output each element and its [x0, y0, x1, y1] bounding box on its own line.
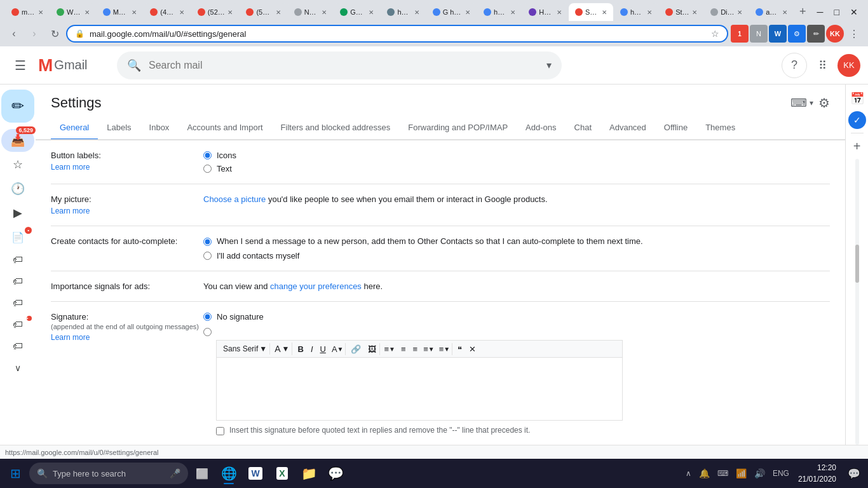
outdent-button[interactable]: ≡ ▼ — [437, 343, 453, 355]
tab-chat[interactable]: Chat — [566, 116, 600, 139]
sidebar-item-starred[interactable]: ☆ — [5, 153, 31, 176]
browser-tab-tab7[interactable]: Newe...✕ — [288, 3, 334, 21]
radio-icons[interactable]: Icons — [203, 151, 830, 160]
browser-tab-tab9[interactable]: how t...✕ — [381, 3, 425, 21]
browser-tab-tab5[interactable]: (52) S ...✕ — [191, 3, 240, 21]
notification-icon[interactable]: 🔔 — [696, 466, 712, 481]
hamburger-menu[interactable]: ☰ — [8, 53, 33, 78]
close-button[interactable]: ✕ — [845, 4, 863, 20]
radio-auto-contact-input[interactable] — [203, 238, 212, 246]
taskbar-excel-app[interactable]: X — [269, 461, 295, 486]
extension-icon-2[interactable]: N — [750, 25, 768, 43]
italic-button[interactable]: I — [308, 343, 316, 355]
minimize-button[interactable]: ─ — [812, 4, 829, 20]
radio-no-sig[interactable]: No signature — [203, 312, 830, 322]
align-button[interactable]: ≡ ▼ — [382, 343, 397, 355]
radio-text-input[interactable] — [203, 165, 212, 173]
button-labels-learn-more[interactable]: Learn more — [51, 163, 203, 172]
maximize-button[interactable]: □ — [829, 4, 844, 20]
sidebar-item-drafts[interactable]: 📄 • — [5, 226, 31, 248]
signature-learn-more[interactable]: Learn more — [51, 333, 203, 342]
back-button[interactable]: ‹ — [5, 25, 23, 43]
radio-custom-sig[interactable] — [203, 327, 830, 336]
browser-tab-tab17[interactable]: acco...✕ — [749, 3, 794, 21]
sidebar-item-label4[interactable]: 🏷 • — [5, 315, 31, 335]
calendar-panel-icon[interactable]: 📅 — [848, 90, 866, 107]
bookmark-icon[interactable]: ☆ — [711, 29, 719, 39]
underline-button[interactable]: U — [317, 343, 329, 355]
browser-tab-tab14[interactable]: how t...✕ — [614, 3, 658, 21]
radio-auto-contact[interactable]: When I send a message to a new person, a… — [203, 236, 830, 246]
network-icon[interactable]: 📶 — [733, 466, 749, 481]
tab-forwarding[interactable]: Forwarding and POP/IMAP — [399, 116, 517, 139]
tasks-panel-icon[interactable]: ✓ — [848, 111, 866, 129]
sidebar-item-label5[interactable]: 🏷 — [5, 336, 31, 356]
tab-themes[interactable]: Themes — [696, 116, 744, 139]
indent-button[interactable]: ≡ ▼ — [421, 343, 437, 355]
keyboard-dropdown[interactable]: ▾ — [810, 98, 813, 107]
sidebar-item-label2[interactable]: 🏷 — [5, 271, 31, 292]
tab-close-button[interactable]: ✕ — [782, 9, 787, 16]
taskbar-mic-icon[interactable]: 🎤 — [170, 468, 180, 478]
sidebar-item-label1[interactable]: 🏷 — [5, 250, 31, 270]
forward-button[interactable]: › — [25, 25, 43, 43]
chrome-menu-button[interactable]: ⋮ — [845, 25, 863, 43]
extension-icon-5[interactable]: ✏ — [807, 25, 825, 43]
tab-close-button[interactable]: ✕ — [132, 9, 137, 16]
tab-close-button[interactable]: ✕ — [179, 9, 184, 16]
help-button[interactable]: ? — [782, 53, 807, 78]
search-dropdown-icon[interactable]: ▾ — [546, 59, 552, 71]
browser-tab-tab3[interactable]: Made ...✕ — [97, 3, 144, 21]
browser-tab-tab11[interactable]: how t...✕ — [477, 3, 522, 21]
tab-offline[interactable]: Offline — [655, 116, 696, 139]
sidebar-expand[interactable]: ∨ — [5, 358, 31, 378]
start-button[interactable]: ⊞ — [3, 461, 28, 486]
user-profile-button[interactable]: KK — [826, 25, 844, 43]
radio-text[interactable]: Text — [203, 164, 830, 173]
browser-tab-tab13[interactable]: Se...✕ — [569, 3, 613, 21]
tray-expand[interactable]: ∧ — [683, 466, 694, 480]
new-tab-button[interactable]: + — [794, 3, 811, 21]
tab-close-button[interactable]: ✕ — [737, 9, 742, 16]
tab-close-button[interactable]: ✕ — [414, 9, 419, 16]
sig-before-quoted-checkbox[interactable] — [216, 427, 224, 435]
extension-icon-3[interactable]: W — [769, 25, 787, 43]
sidebar-item-snoozed[interactable]: 🕐 — [5, 177, 31, 200]
clock-display[interactable]: 12:20 21/01/2020 — [794, 462, 840, 485]
keyboard-layout[interactable]: ⌨ — [715, 466, 731, 480]
tab-close-button[interactable]: ✕ — [602, 9, 607, 16]
language-indicator[interactable]: ENG — [770, 466, 792, 480]
tab-close-button[interactable]: ✕ — [692, 9, 697, 16]
extension-icon-4[interactable]: ⚙ — [788, 25, 806, 43]
scrollbar-thumb-right[interactable] — [855, 245, 859, 283]
bold-button[interactable]: B — [294, 343, 306, 355]
taskbar-chrome-app[interactable]: 🌐 — [216, 461, 241, 486]
browser-tab-tab2[interactable]: Why t...✕ — [50, 3, 96, 21]
tab-addons[interactable]: Add-ons — [517, 116, 565, 139]
search-bar[interactable]: 🔍 ▾ — [117, 51, 562, 79]
search-input[interactable] — [149, 60, 539, 71]
browser-tab-tab8[interactable]: Garac...✕ — [334, 3, 380, 21]
browser-tab-tab15[interactable]: Stop ...✕ — [659, 3, 703, 21]
tab-filters[interactable]: Filters and blocked addresses — [272, 116, 400, 139]
tab-close-button[interactable]: ✕ — [322, 9, 327, 16]
tab-inbox[interactable]: Inbox — [140, 116, 179, 139]
address-box[interactable]: 🔒 mail.google.com/mail/u/0/#settings/gen… — [66, 25, 728, 43]
browser-tab-tab10[interactable]: G how t...✕ — [426, 3, 477, 21]
radio-manual-contact[interactable]: I'll add contacts myself — [203, 251, 830, 261]
browser-tab-tab1[interactable]: mobi...✕ — [5, 3, 50, 21]
font-family-selector[interactable]: Sans Serif ▼ — [220, 343, 270, 355]
signature-editor[interactable] — [216, 357, 623, 421]
font-color-button[interactable]: A ▼ — [330, 343, 346, 355]
taskbar-explorer-app[interactable]: 📁 — [296, 461, 322, 486]
tab-close-button[interactable]: ✕ — [227, 9, 233, 16]
action-center-button[interactable]: 💬 — [843, 462, 865, 485]
tab-close-button[interactable]: ✕ — [465, 9, 470, 16]
tab-close-button[interactable]: ✕ — [557, 9, 562, 16]
browser-tab-tab6[interactable]: (52) L ...✕ — [240, 3, 287, 21]
volume-icon[interactable]: 🔊 — [752, 466, 768, 481]
tab-close-button[interactable]: ✕ — [276, 9, 281, 16]
taskbar-word-app[interactable]: W — [243, 461, 268, 486]
tab-labels[interactable]: Labels — [98, 116, 140, 139]
numbered-list-button[interactable]: ≡ — [398, 343, 409, 355]
